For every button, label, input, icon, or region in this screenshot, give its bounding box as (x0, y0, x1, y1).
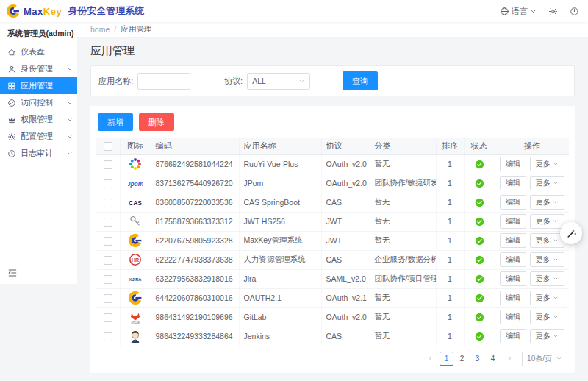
chevron-down-icon (553, 180, 559, 186)
edit-button[interactable]: 编辑 (500, 329, 526, 343)
breadcrumb-home-link[interactable]: home (90, 25, 110, 34)
edit-button[interactable]: 编辑 (500, 233, 526, 248)
chevron-down-icon (530, 8, 537, 15)
checkbox-cell (96, 250, 120, 269)
edit-button[interactable]: 编辑 (500, 195, 526, 210)
edit-button[interactable]: 编辑 (500, 157, 526, 171)
protocol-cell: OAuth_v2.0 (321, 174, 370, 193)
category-cell: 暂无 (370, 154, 436, 174)
add-button[interactable]: 新增 (98, 113, 133, 131)
select-all-checkbox[interactable] (104, 142, 112, 151)
icon-cell (120, 288, 151, 307)
actions-cell: 编辑更多 (495, 250, 569, 269)
name-cell: MaxKey管理系统 (239, 231, 321, 250)
row-checkbox[interactable] (104, 179, 112, 188)
row-checkbox[interactable] (104, 332, 112, 341)
sidebar-item-audit[interactable]: 日志审计 (0, 145, 77, 162)
applications-table: 图标 编码 应用名称 协议 分类 排序 状态 操作 87669249258104… (96, 138, 569, 346)
filter-bar: 应用名称: 协议: ALL 查询 (90, 65, 575, 96)
actions-cell: 编辑更多 (495, 327, 569, 346)
svg-text:CAS: CAS (129, 199, 142, 207)
more-button[interactable]: 更多 (530, 233, 564, 248)
sidebar-item-access-control[interactable]: 访问控制 (0, 94, 77, 111)
sidebar-item-identity[interactable]: 身份管理 (0, 60, 77, 77)
edit-button[interactable]: 编辑 (500, 291, 526, 305)
status-enabled-icon (475, 198, 484, 207)
more-button[interactable]: 更多 (530, 252, 564, 267)
page-button-1[interactable]: 1 (440, 352, 453, 366)
actions-cell: 编辑更多 (495, 307, 569, 327)
theme-settings-button[interactable] (560, 222, 582, 244)
sidebar-item-configuration[interactable]: 配置管理 (0, 128, 77, 145)
status-cell (464, 174, 495, 193)
table-row: CAS 836008507220033536 CAS SpringBoot CA… (96, 193, 569, 212)
row-checkbox[interactable] (104, 275, 112, 284)
chevron-down-icon (298, 78, 305, 85)
more-button[interactable]: 更多 (530, 157, 564, 171)
page-button-3[interactable]: 3 (470, 352, 484, 366)
next-page-button[interactable] (503, 352, 516, 366)
sidebar-item-dashboard[interactable]: 仪表盘 (0, 43, 77, 60)
page-button-4[interactable]: 4 (486, 352, 500, 366)
edit-button[interactable]: 编辑 (500, 271, 526, 286)
more-button[interactable]: 更多 (530, 195, 564, 210)
menu-fold-button[interactable] (7, 268, 18, 278)
more-button[interactable]: 更多 (530, 310, 564, 324)
name-cell: CAS SpringBoot (239, 193, 321, 212)
svg-text:Jpom: Jpom (128, 180, 143, 188)
more-button[interactable]: 更多 (530, 291, 564, 305)
app-icon-jenkins (128, 329, 143, 343)
icon-cell: HR (120, 250, 151, 269)
sort-cell: 1 (436, 174, 464, 193)
row-checkbox[interactable] (104, 237, 112, 246)
chevron-down-icon (67, 151, 73, 157)
status-cell (464, 193, 495, 212)
table-toolbar: 新增 删除 (98, 113, 569, 131)
prev-page-button[interactable] (423, 352, 437, 366)
more-button[interactable]: 更多 (530, 176, 564, 190)
protocol-select[interactable]: ALL (247, 73, 310, 90)
edit-button[interactable]: 编辑 (500, 214, 526, 229)
edit-button[interactable]: 编辑 (500, 252, 526, 267)
checkbox-cell (96, 327, 120, 346)
sidebar-item-applications[interactable]: 应用管理 (0, 77, 77, 94)
chevron-down-icon (553, 257, 559, 263)
more-button[interactable]: 更多 (530, 214, 564, 229)
code-cell: 836008507220033536 (151, 193, 239, 212)
chevron-down-icon (553, 199, 559, 205)
language-menu[interactable]: 语言 (500, 6, 537, 17)
row-checkbox[interactable] (104, 218, 112, 227)
chevron-down-icon (67, 117, 73, 123)
table-row: GITLAB 986431492190109696 GitLab OAuth_v… (96, 307, 569, 327)
name-cell: 人力资源管理系统 (239, 250, 321, 269)
row-checkbox[interactable] (104, 256, 112, 265)
more-button[interactable]: 更多 (530, 329, 564, 343)
row-checkbox[interactable] (104, 160, 112, 169)
col-sort: 排序 (436, 138, 464, 154)
delete-button[interactable]: 删除 (139, 113, 174, 131)
name-cell: GitLab (239, 307, 321, 327)
search-button[interactable]: 查询 (343, 71, 378, 90)
row-checkbox[interactable] (104, 313, 112, 322)
actions-cell: 编辑更多 (495, 212, 569, 231)
row-checkbox[interactable] (104, 199, 112, 207)
protocol-label: 协议: (224, 76, 243, 87)
edit-button[interactable]: 编辑 (500, 176, 526, 190)
row-checkbox[interactable] (104, 294, 112, 303)
status-enabled-icon (475, 255, 484, 265)
sidebar-item-permissions[interactable]: 权限管理 (0, 111, 77, 128)
app-header: MaxKey 身份安全管理系统 语言 (0, 0, 588, 22)
page-button-2[interactable]: 2 (455, 352, 469, 366)
home-icon (7, 48, 16, 57)
page-size-select[interactable]: 10条/页 (522, 352, 567, 366)
settings-button[interactable] (548, 7, 558, 16)
sort-cell: 1 (436, 154, 464, 174)
more-button[interactable]: 更多 (530, 271, 564, 286)
maxkey-logo-icon (6, 4, 21, 18)
chevron-right-icon (506, 355, 513, 362)
edit-button[interactable]: 编辑 (500, 310, 526, 324)
checkbox-cell (96, 193, 120, 212)
logout-button[interactable] (570, 7, 579, 16)
chevron-left-icon (427, 355, 434, 362)
app-name-input[interactable] (137, 73, 190, 90)
